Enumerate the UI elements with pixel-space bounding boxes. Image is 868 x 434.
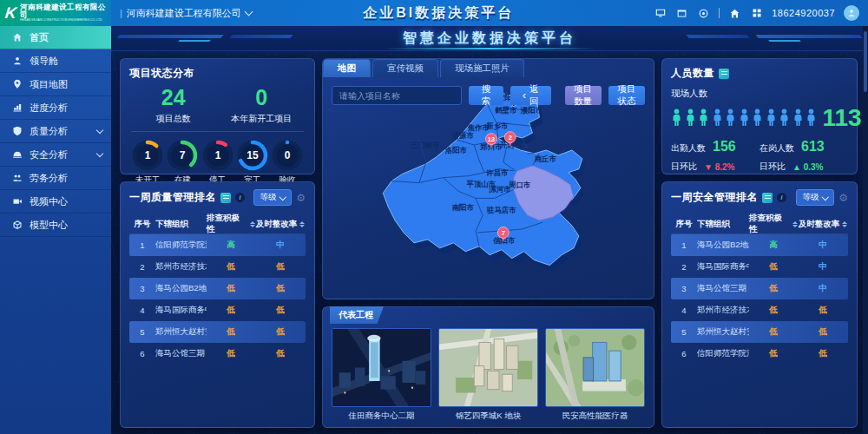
stat-value: 156 [713, 139, 736, 155]
avatar[interactable] [844, 5, 859, 21]
henan-province-map[interactable]: 安阳市鹤壁市濮阳市新乡市焦作市济源市三门峡市洛阳市郑州市开封市商丘市许昌市平顶山… [323, 77, 654, 299]
table-row[interactable]: 1 海马公园B2地块二期 高 中 [671, 234, 848, 256]
header-title: 企业BI数据决策平台 [363, 0, 514, 26]
svg-text:1: 1 [214, 149, 220, 161]
sidebar-item-progress[interactable]: 进度分析 [0, 96, 111, 120]
table-row[interactable]: 6 信阳师范学院淮河校区二... 低 低 [671, 343, 848, 365]
sidebar-item-user[interactable]: 领导舱 [0, 49, 111, 73]
table-row[interactable]: 1 信阳师范学院淮河校区二... 高 中 [129, 234, 306, 256]
project-card[interactable]: 民安高性能医疗器 [545, 328, 645, 422]
status-total-label: 项目总数 [129, 113, 218, 125]
featured-projects-tab[interactable]: 代表工程 [330, 306, 384, 324]
apps-grid-icon[interactable] [750, 7, 763, 20]
table-row[interactable]: 3 海马公馆三期 低 中 [671, 278, 848, 299]
sortable-column[interactable]: 排查积极性 [749, 213, 798, 235]
project-card[interactable]: 锦艺四季城K 地块 [438, 328, 538, 422]
sidebar-item-label: 进度分析 [30, 102, 102, 115]
sidebar-item-video[interactable]: 视频中心 [0, 190, 111, 214]
org-selector[interactable]: | 河南科建建设工程有限公司 [120, 7, 252, 20]
featured-projects-panel: 代表工程 佳田商务中心二期 锦艺四季城K 地块 民安 [322, 306, 654, 428]
svg-text:1: 1 [145, 149, 151, 161]
person-icon [792, 107, 804, 128]
sidebar-item-label: 劳务分析 [30, 172, 102, 185]
scrollbar-thumb[interactable] [864, 31, 867, 92]
gear-icon[interactable]: ⚙ [838, 193, 848, 203]
row-organization: 信阳师范学院淮河校区二... [697, 348, 749, 359]
row-rectify-rate: 低 [798, 305, 848, 316]
table-row[interactable]: 2 郑州市经济技术开发区青... 低 低 [129, 256, 306, 278]
row-organization: 郑州市经济技术开发区青... [697, 305, 749, 316]
gear-icon[interactable]: ⚙ [296, 193, 306, 203]
level-filter-dropdown[interactable]: 等级 [796, 189, 835, 206]
chevron-down-icon [96, 150, 103, 157]
search-button[interactable]: 搜索 [469, 86, 503, 105]
table-row[interactable]: 3 海马公园B2地块二期 低 低 [129, 278, 306, 299]
personnel-stat: 出勤人数 156 日环比 ▼ 8.2% [671, 139, 760, 173]
back-button[interactable]: ‹ 返回 [510, 86, 551, 105]
record-icon[interactable] [697, 7, 710, 20]
sortable-column[interactable]: 及时整改率 [255, 219, 306, 230]
home-icon[interactable] [728, 7, 741, 20]
chevron-down-icon [822, 194, 829, 201]
person-icon [725, 107, 736, 128]
status-ring-完工: 15 完工 [236, 139, 269, 186]
person-icon [752, 107, 763, 128]
status-total-value: 0 [218, 86, 306, 110]
table-row[interactable]: 2 海马国际商务中心A1地... 低 中 [671, 256, 848, 278]
map-city-label: 驻马店市 [486, 206, 516, 214]
map-tab[interactable]: 地图 [323, 59, 371, 77]
table-row[interactable]: 4 海马国际商务中心A1地... 低 低 [129, 299, 306, 321]
personnel-stat: 在岗人数 613 日环比 ▲ 0.3% [760, 139, 848, 173]
sidebar-item-label: 领导舱 [30, 55, 102, 68]
info-icon[interactable]: i [777, 193, 786, 202]
sidebar-item-map-pin[interactable]: 项目地图 [0, 73, 111, 96]
map-city-label: 济源市 [451, 131, 475, 140]
sidebar-item-label: 模型中心 [30, 219, 102, 232]
table-row[interactable]: 6 海马公馆三期 低 低 [129, 343, 306, 365]
row-index: 3 [671, 284, 697, 293]
row-organization: 郑州市经济技术开发区青... [155, 261, 207, 273]
project-search-input[interactable] [332, 86, 462, 105]
company-logo: K 河南科建建设工程有限公司 HENAN KEJIAN CONSTRUCTION… [0, 0, 111, 26]
status-ring-停工: 1 停工 [201, 139, 234, 186]
sortable-column[interactable]: 及时整改率 [798, 219, 848, 230]
app-header: K 河南科建建设工程有限公司 HENAN KEJIAN CONSTRUCTION… [0, 0, 868, 26]
row-rectify-rate: 中 [798, 261, 848, 273]
map-city-label: 商丘市 [535, 155, 557, 163]
main-content: 智慧企业数据决策平台 项目状态分布 24 项目总数0 本年新开工项目 [111, 26, 868, 434]
table-row[interactable]: 5 郑州恒大赵村安置区A-0... 低 低 [671, 321, 848, 343]
sidebar-item-people[interactable]: 劳务分析 [0, 167, 111, 190]
row-index: 1 [671, 240, 697, 250]
project-caption: 锦艺四季城K 地块 [438, 411, 538, 422]
quality-ranking-panel: 一周质量管理排名 i 等级 ⚙ 序号 下 [120, 181, 315, 428]
map-tab[interactable]: 现场施工照片 [440, 59, 524, 77]
map-tab[interactable]: 宣传视频 [372, 59, 438, 77]
sidebar-item-model[interactable]: 模型中心 [0, 214, 111, 237]
row-activity-level: 高 [749, 240, 798, 251]
row-rectify-rate: 低 [255, 326, 306, 338]
monitor-icon[interactable] [654, 7, 667, 20]
table-row[interactable]: 5 郑州恒大赵村安置区A-0... 低 低 [129, 321, 306, 343]
svg-text:2: 2 [509, 134, 512, 141]
level-filter-dropdown[interactable]: 等级 [253, 189, 293, 206]
map-city-label: 许昌市 [485, 168, 509, 177]
level-filter-label: 等级 [803, 192, 819, 203]
person-icon [698, 107, 709, 128]
window-icon[interactable] [675, 7, 688, 20]
row-organization: 信阳师范学院淮河校区二... [155, 240, 207, 251]
report-icon [719, 69, 729, 79]
project-card[interactable]: 佳田商务中心二期 [332, 328, 431, 422]
table-row[interactable]: 4 郑州市经济技术开发区青... 低 低 [671, 299, 848, 321]
project-status-button[interactable]: 项目状态 [608, 86, 645, 105]
info-icon[interactable]: i [235, 193, 245, 202]
project-count-button[interactable]: 项目数量 [565, 86, 602, 105]
sidebar-item-helmet[interactable]: 安全分析 [0, 143, 111, 167]
map-city-label: 鹤壁市 [494, 106, 517, 115]
sortable-column[interactable]: 排查积极性 [207, 213, 255, 235]
status-ring-验收: 0 验收 [271, 139, 304, 186]
sidebar-item-home[interactable]: 首页 [0, 26, 111, 49]
site-count-label: 现场人数 [671, 88, 848, 100]
sidebar-item-shield[interactable]: 质量分析 [0, 120, 111, 143]
scrollbar[interactable] [863, 26, 868, 434]
project-caption: 民安高性能医疗器 [545, 411, 645, 422]
